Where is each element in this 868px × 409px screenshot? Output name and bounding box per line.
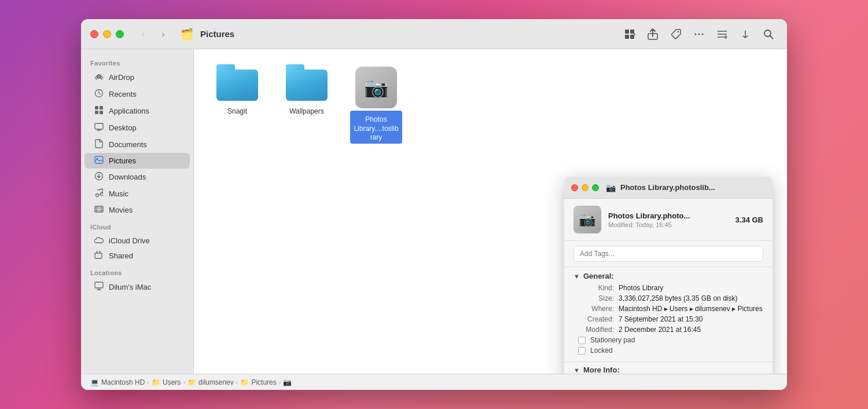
wallpapers-folder-shape xyxy=(286,70,328,101)
recents-label: Recents xyxy=(109,90,137,98)
sidebar-item-desktop[interactable]: Desktop xyxy=(84,119,190,136)
sidebar-item-downloads[interactable]: Downloads xyxy=(84,169,190,185)
info-general-section: ▼ General: Kind: Photos Library Size: 3,… xyxy=(564,267,773,361)
svg-rect-16 xyxy=(95,106,98,109)
stationery-checkbox[interactable] xyxy=(578,337,586,344)
more-button[interactable] xyxy=(690,25,708,43)
locations-label: Locations xyxy=(81,264,193,279)
sidebar-item-airdrop[interactable]: AirDrop xyxy=(84,69,190,86)
sidebar-item-recents[interactable]: Recents xyxy=(84,86,190,103)
info-row-kind: Kind: Photos Library xyxy=(573,284,763,292)
search-button[interactable] xyxy=(759,25,778,43)
sidebar-item-documents[interactable]: Documents xyxy=(84,136,190,153)
share-button[interactable] xyxy=(643,25,662,43)
wallpapers-folder-tab xyxy=(286,64,304,70)
svg-rect-36 xyxy=(95,282,103,288)
airdrop-icon xyxy=(94,72,104,83)
path-item-photos-file[interactable]: 📷 xyxy=(283,378,292,386)
svg-line-13 xyxy=(770,35,773,38)
sidebar-item-shared[interactable]: Shared xyxy=(84,248,190,264)
svg-point-8 xyxy=(702,33,704,35)
macintosh-icon: 💻 xyxy=(90,378,99,386)
general-label: General: xyxy=(583,272,614,280)
folder-tab xyxy=(216,64,235,70)
path-item-users[interactable]: 📁 Users xyxy=(152,378,181,386)
locked-row: Locked xyxy=(573,346,763,355)
photos-library-label: PhotosLibrary....toslibrary xyxy=(353,115,399,143)
svg-rect-19 xyxy=(100,111,103,114)
info-modified: Modified: Today, 16:45 xyxy=(608,221,729,228)
file-item-photos-library[interactable]: 📷 PhotosLibrary....toslibrary xyxy=(350,67,402,144)
wallpapers-folder-body xyxy=(286,70,328,101)
tag-button[interactable] xyxy=(667,25,685,43)
info-file-icon: 📷 xyxy=(573,206,601,233)
svg-rect-2 xyxy=(625,35,629,39)
sidebar-item-dilum-imac[interactable]: Dilum's iMac xyxy=(84,279,190,295)
info-file-details: Photos Library.photo... Modified: Today,… xyxy=(608,211,729,228)
info-panel-title: Photos Library.photoslib... xyxy=(620,183,715,192)
info-title-icon: 📷 xyxy=(606,183,616,192)
info-general-header[interactable]: ▼ General: xyxy=(573,272,763,280)
imac-icon xyxy=(94,282,104,293)
back-button[interactable]: ‹ xyxy=(135,26,152,42)
sidebar-item-movies[interactable]: Movies xyxy=(84,202,190,218)
folder-shape xyxy=(216,70,258,101)
files-grid: Snagit Wallpapers xyxy=(211,67,770,144)
path-item-macintosh[interactable]: 💻 Macintosh HD xyxy=(90,378,145,386)
snagit-label: Snagit xyxy=(227,107,247,116)
minimize-button[interactable] xyxy=(103,30,111,38)
info-row-size: Size: 3,336,027,258 bytes (3.35 GB on di… xyxy=(573,294,763,302)
applications-icon xyxy=(94,105,104,116)
path-bar: 💻 Macintosh HD › 📁 Users › 📁 dilumsenev … xyxy=(81,374,787,390)
users-folder-icon: 📁 xyxy=(152,378,160,386)
kind-label: Kind: xyxy=(573,284,614,292)
snagit-folder-icon xyxy=(214,67,260,104)
svg-point-27 xyxy=(96,194,99,197)
path-item-dilumsenev[interactable]: 📁 dilumsenev xyxy=(187,378,234,386)
maximize-button[interactable] xyxy=(116,30,124,38)
snagit-label-wrap: Snagit xyxy=(227,104,247,116)
pictures-icon xyxy=(94,156,104,166)
photos-library-icon: 📷 xyxy=(355,67,397,108)
sidebar-item-applications[interactable]: Applications xyxy=(84,103,190,119)
sort-button[interactable] xyxy=(736,25,755,43)
group-button[interactable] xyxy=(713,25,731,43)
size-value: 3,336,027,258 bytes (3.35 GB on disk) xyxy=(619,294,763,302)
sidebar-item-music[interactable]: Music xyxy=(84,185,190,202)
music-label: Music xyxy=(109,189,128,198)
locked-checkbox[interactable] xyxy=(578,347,586,355)
view-toggle-button[interactable] xyxy=(620,25,639,43)
tags-input[interactable] xyxy=(573,246,763,262)
path-item-pictures[interactable]: 📁 Pictures xyxy=(240,378,276,386)
sidebar-item-pictures[interactable]: Pictures xyxy=(84,153,190,169)
file-item-wallpapers[interactable]: Wallpapers xyxy=(281,67,333,116)
close-button[interactable] xyxy=(90,30,98,38)
svg-rect-35 xyxy=(95,253,102,258)
toolbar-right xyxy=(620,25,778,43)
sidebar-item-icloud-drive[interactable]: iCloud Drive xyxy=(84,233,190,248)
path-sep-4: › xyxy=(279,379,281,386)
more-info-label: More Info: xyxy=(583,366,620,374)
info-close-button[interactable] xyxy=(571,184,578,191)
icloud-drive-icon xyxy=(94,236,104,245)
info-more-header[interactable]: ▼ More Info: xyxy=(573,366,763,374)
info-row-where: Where: Macintosh HD ▸ Users ▸ dilumsenev… xyxy=(573,305,763,313)
size-label: Size: xyxy=(573,294,614,302)
info-more-section: ▼ More Info: -- xyxy=(564,361,773,374)
forward-button[interactable]: › xyxy=(155,26,171,42)
info-maximize-button[interactable] xyxy=(592,184,599,191)
created-label: Created: xyxy=(573,315,614,323)
general-toggle: ▼ xyxy=(573,273,580,280)
title-bar: ‹ › 🗂️ Pictures xyxy=(81,19,787,49)
info-minimize-button[interactable] xyxy=(582,184,589,191)
modified-value: Today, 16:45 xyxy=(636,221,672,228)
svg-rect-30 xyxy=(95,206,103,212)
file-item-snagit[interactable]: Snagit xyxy=(211,67,263,116)
svg-rect-17 xyxy=(100,106,103,109)
desktop-icon xyxy=(94,122,104,133)
movies-icon xyxy=(94,205,104,215)
created-value: 7 September 2021 at 15:30 xyxy=(619,315,763,323)
desktop-label: Desktop xyxy=(109,123,137,132)
file-area: Snagit Wallpapers xyxy=(194,49,787,374)
recents-icon xyxy=(94,89,104,100)
